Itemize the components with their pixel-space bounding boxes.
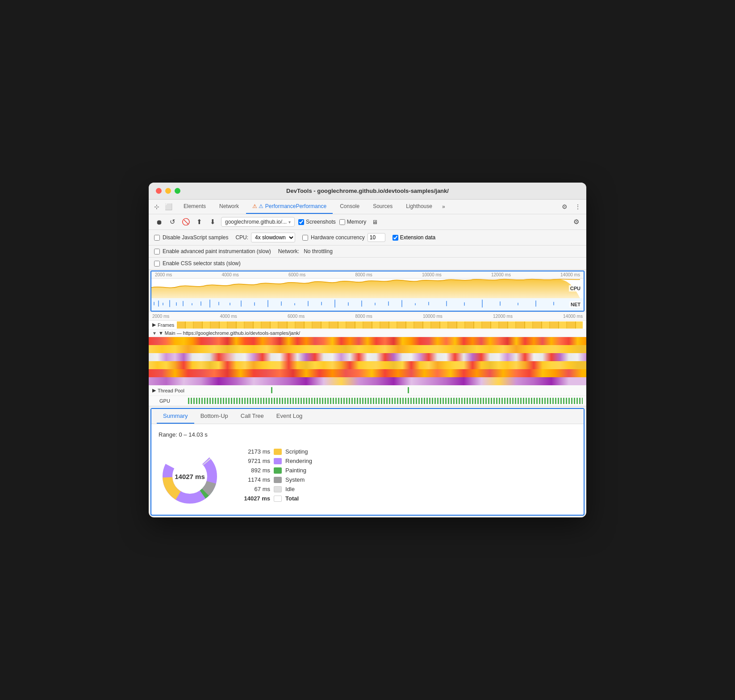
svg-rect-24 bbox=[401, 300, 402, 307]
ruler-10000: 10000 ms bbox=[422, 272, 442, 277]
toolbar: ⏺ ↺ 🚫 ⬆ ⬇ googlechrome.github.io/... ▾ S… bbox=[149, 214, 586, 230]
thread-pool-expand-icon[interactable]: ▶ bbox=[152, 388, 156, 393]
svg-rect-32 bbox=[535, 300, 536, 307]
extension-data-checkbox[interactable] bbox=[393, 235, 398, 241]
flame-row-1 bbox=[149, 337, 586, 345]
total-color bbox=[274, 496, 282, 502]
hw-concurrency-checkbox[interactable] bbox=[302, 235, 308, 241]
tab-call-tree[interactable]: Call Tree bbox=[234, 409, 270, 424]
thread-pool-row: ▶ Thread Pool bbox=[149, 385, 586, 396]
flame-row-2 bbox=[149, 345, 586, 353]
main-ruler-2000: 2000 ms bbox=[152, 314, 169, 319]
tab-summary[interactable]: Summary bbox=[157, 409, 194, 424]
idle-color bbox=[274, 486, 282, 492]
svg-rect-22 bbox=[375, 303, 376, 305]
disable-js-label: Disable JavaScript samples bbox=[163, 234, 228, 241]
summary-content: 14027 ms 2173 ms Scripting 9721 ms Rende… bbox=[159, 445, 576, 508]
tab-event-log[interactable]: Event Log bbox=[270, 409, 309, 424]
svg-rect-29 bbox=[482, 300, 483, 308]
main-time-ruler: 2000 ms 4000 ms 6000 ms 8000 ms 10000 ms… bbox=[149, 312, 586, 321]
tab-elements[interactable]: Elements bbox=[177, 200, 212, 214]
main-ruler-8000: 8000 ms bbox=[355, 314, 372, 319]
more-tabs-button[interactable]: » bbox=[439, 200, 448, 213]
svg-rect-27 bbox=[446, 301, 447, 306]
svg-rect-17 bbox=[308, 301, 309, 306]
url-display[interactable]: googlechrome.github.io/... ▾ bbox=[221, 217, 295, 227]
close-button[interactable] bbox=[156, 188, 162, 194]
svg-rect-5 bbox=[176, 302, 177, 306]
maximize-button[interactable] bbox=[175, 188, 180, 194]
idle-label: Idle bbox=[285, 486, 295, 492]
tab-console[interactable]: Console bbox=[334, 200, 366, 214]
cpu-label: CPU: bbox=[235, 234, 248, 241]
frames-track bbox=[177, 321, 583, 329]
main-timeline: 2000 ms 4000 ms 6000 ms 8000 ms 10000 ms… bbox=[149, 312, 586, 406]
svg-rect-23 bbox=[388, 301, 389, 306]
tab-network[interactable]: Network bbox=[213, 200, 245, 214]
memory-icon[interactable]: 🖥 bbox=[370, 217, 380, 227]
ruler-12000: 12000 ms bbox=[491, 272, 511, 277]
memory-checkbox[interactable] bbox=[339, 219, 345, 225]
tab-sources[interactable]: Sources bbox=[367, 200, 399, 214]
main-section-header[interactable]: ▼ ▼ Main — https://googlechrome.github.i… bbox=[149, 329, 586, 337]
screenshots-toggle[interactable]: Screenshots bbox=[298, 219, 336, 225]
svg-rect-26 bbox=[428, 302, 429, 305]
tab-icons: ⊹ ⬜ bbox=[152, 202, 173, 211]
bottom-tabs: Summary Bottom-Up Call Tree Event Log bbox=[151, 409, 584, 424]
advanced-paint-checkbox[interactable] bbox=[154, 249, 160, 254]
tab-performance[interactable]: ⚠ ⚠ PerformancePerformance bbox=[246, 200, 333, 214]
system-color bbox=[274, 477, 282, 483]
hw-concurrency-label: Hardware concurrency bbox=[311, 234, 365, 241]
flame-chart bbox=[149, 337, 586, 385]
download-button[interactable]: ⬇ bbox=[208, 217, 217, 227]
tab-bottom-up[interactable]: Bottom-Up bbox=[194, 409, 234, 424]
settings-icon[interactable]: ⚙ bbox=[560, 202, 569, 212]
minimize-button[interactable] bbox=[165, 188, 171, 194]
record-button[interactable]: ⏺ bbox=[154, 217, 164, 227]
device-icon[interactable]: ⬜ bbox=[164, 202, 173, 211]
reload-button[interactable]: ↺ bbox=[167, 217, 177, 227]
donut-center: 14027 ms bbox=[175, 473, 205, 480]
stats-table: 2173 ms Scripting 9721 ms Rendering 892 … bbox=[239, 448, 312, 504]
stat-idle: 67 ms Idle bbox=[239, 486, 312, 492]
svg-rect-18 bbox=[321, 302, 322, 305]
disable-js-checkbox[interactable] bbox=[154, 235, 160, 241]
net-track-label: NET bbox=[569, 301, 582, 308]
gpu-row: GPU bbox=[149, 396, 586, 406]
thread-dot-2 bbox=[408, 387, 409, 393]
network-group: Network: No throttling bbox=[278, 248, 333, 254]
donut-chart: 14027 ms bbox=[159, 445, 221, 508]
advanced-paint-group: Enable advanced paint instrumentation (s… bbox=[154, 248, 271, 254]
svg-rect-30 bbox=[500, 301, 501, 306]
gpu-bars bbox=[188, 398, 583, 404]
hw-concurrency-input[interactable] bbox=[368, 233, 385, 242]
flame-row-4 bbox=[149, 361, 586, 369]
settings-row-2: Enable advanced paint instrumentation (s… bbox=[149, 246, 586, 258]
title-bar: DevTools - googlechrome.github.io/devtoo… bbox=[149, 183, 586, 200]
url-text: googlechrome.github.io/... bbox=[225, 219, 287, 225]
summary-panel: Range: 0 – 14.03 s bbox=[151, 424, 584, 515]
frames-bar bbox=[177, 321, 583, 329]
gear-icon[interactable]: ⚙ bbox=[571, 217, 581, 227]
more-options-icon[interactable]: ⋮ bbox=[573, 202, 583, 212]
clear-button[interactable]: 🚫 bbox=[181, 217, 191, 227]
cursor-icon[interactable]: ⊹ bbox=[152, 202, 161, 211]
painting-label: Painting bbox=[285, 467, 306, 474]
tab-lighthouse[interactable]: Lighthouse bbox=[400, 200, 438, 214]
painting-color bbox=[274, 467, 282, 474]
main-section-label: ▼ Main — https://googlechrome.github.io/… bbox=[159, 330, 300, 336]
screenshots-checkbox[interactable] bbox=[298, 219, 304, 225]
css-selector-checkbox[interactable] bbox=[154, 261, 160, 267]
upload-button[interactable]: ⬆ bbox=[194, 217, 204, 227]
net-overview-track: NET bbox=[151, 298, 584, 311]
main-ruler-14000: 14000 ms bbox=[563, 314, 583, 319]
cpu-wave-chart bbox=[151, 279, 584, 298]
frames-expand-icon[interactable]: ▶ bbox=[152, 322, 156, 328]
rendering-color bbox=[274, 458, 282, 464]
cpu-select[interactable]: 4x slowdown 6x slowdown No throttling bbox=[251, 233, 295, 242]
hw-concurrency-group: Hardware concurrency bbox=[302, 233, 385, 242]
memory-toggle[interactable]: Memory bbox=[339, 219, 366, 225]
svg-rect-3 bbox=[163, 303, 163, 305]
overview-wrapper: 2000 ms 4000 ms 6000 ms 8000 ms 10000 ms… bbox=[150, 271, 585, 312]
ruler-14000: 14000 ms bbox=[560, 272, 580, 277]
